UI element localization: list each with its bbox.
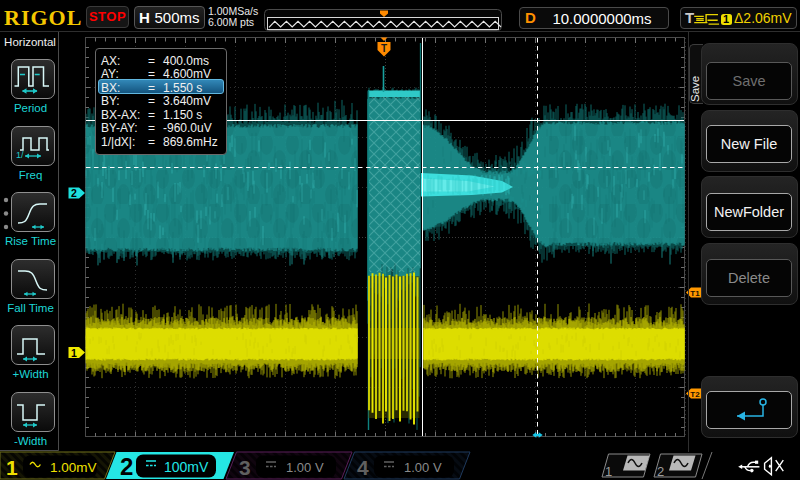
svg-text:1/: 1/	[16, 150, 24, 160]
svg-text:1: 1	[605, 464, 612, 479]
svg-text:2: 2	[71, 187, 77, 199]
svg-text:2: 2	[657, 464, 664, 479]
svg-text:T1: T1	[690, 289, 700, 298]
svg-text:T: T	[381, 43, 387, 54]
svg-text:4: 4	[357, 456, 369, 479]
svg-text:1: 1	[6, 456, 18, 479]
svg-text:Save: Save	[689, 76, 701, 102]
svg-text:1: 1	[71, 347, 77, 359]
svg-text:1.00mV: 1.00mV	[50, 460, 97, 475]
svg-text:1.00 V: 1.00 V	[404, 460, 442, 475]
svg-text:T2: T2	[690, 390, 700, 399]
svg-text:3: 3	[239, 456, 251, 479]
svg-text:100mV: 100mV	[164, 459, 209, 475]
svg-text:1.00 V: 1.00 V	[286, 460, 324, 475]
svg-text:2: 2	[120, 453, 133, 480]
